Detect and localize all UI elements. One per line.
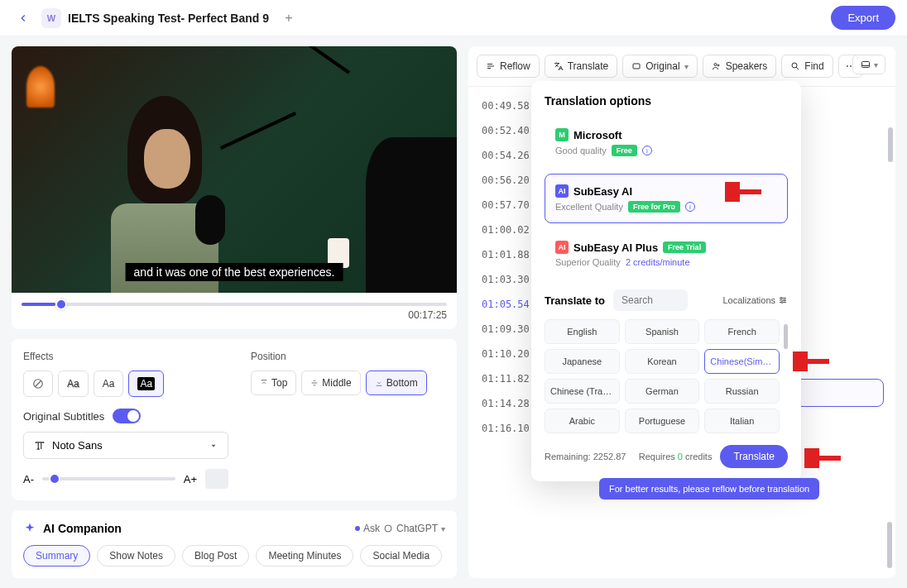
position-middle[interactable]: Middle (301, 370, 360, 395)
size-plus: A+ (184, 473, 197, 485)
svg-point-25 (781, 302, 783, 304)
translate-button[interactable]: Translate (545, 55, 618, 78)
ai-tab-show-notes[interactable]: Show Notes (97, 545, 175, 566)
effects-label: Effects (23, 351, 218, 362)
language-option[interactable]: Italian (704, 409, 780, 433)
language-search-input[interactable] (613, 289, 688, 311)
language-option[interactable]: Chinese(Simpl... (704, 349, 780, 374)
translation-options-popup: Translation options MMicrosoftGood quali… (531, 81, 801, 481)
view-mode-button[interactable]: ▾ (852, 55, 885, 74)
effect-none[interactable] (23, 370, 53, 397)
language-option[interactable]: English (545, 319, 620, 344)
video-player-card: and it was one of the best experiences. … (12, 46, 457, 329)
annotation-arrow-3 (804, 448, 842, 468)
annotation-arrow-2 (793, 351, 831, 371)
ai-companion-card: AI Companion Ask ChatGPT ▾ SummaryShow N… (12, 510, 457, 578)
language-option[interactable]: Spanish (625, 319, 700, 344)
popup-title: Translation options (545, 94, 788, 108)
original-subtitles-label: Original Subtitles (23, 410, 104, 423)
page-title: IELTS Speaking Test- Perfect Band 9 (68, 12, 269, 25)
export-button[interactable]: Export (831, 6, 895, 30)
ai-tab-summary[interactable]: Summary (23, 545, 90, 566)
original-subtitles-toggle[interactable] (113, 409, 141, 423)
svg-point-14 (714, 64, 717, 66)
language-option[interactable]: Korean (625, 349, 700, 374)
svg-line-17 (796, 67, 799, 69)
video-frame[interactable]: and it was one of the best experiences. (12, 46, 457, 293)
annotation-arrow-1 (725, 182, 763, 202)
language-option[interactable]: German (625, 379, 700, 404)
ai-tab-social-media[interactable]: Social Media (360, 545, 442, 566)
original-dropdown[interactable]: Original▾ (622, 55, 697, 78)
font-select[interactable]: Noto Sans (23, 432, 228, 459)
remaining-credits: Remaining: 2252.87 (545, 452, 626, 461)
total-duration: 00:17:25 (22, 309, 447, 321)
ai-tab-meeting-minutes[interactable]: Meeting Minutes (256, 545, 353, 566)
svg-rect-18 (862, 62, 870, 68)
localizations-button[interactable]: Localizations (722, 295, 788, 305)
translate-confirm-button[interactable]: Translate (720, 445, 788, 468)
language-option[interactable]: Russian (704, 379, 780, 404)
ai-companion-title: AI Companion (43, 522, 122, 535)
language-scrollbar[interactable] (784, 324, 788, 349)
required-credits: Requires 0 credits (639, 452, 713, 461)
effect-style-3[interactable]: Aa (128, 370, 164, 397)
svg-line-4 (36, 381, 41, 387)
language-option[interactable]: Arabic (545, 409, 620, 433)
add-tab-button[interactable]: + (281, 11, 297, 26)
ai-tab-blog-post[interactable]: Blog Post (182, 545, 249, 566)
position-top[interactable]: Top (251, 370, 296, 395)
svg-point-23 (780, 298, 782, 299)
reflow-tip: For better results, please reflow before… (599, 478, 819, 500)
size-value-box[interactable] (205, 469, 228, 489)
language-option[interactable]: Portuguese (625, 409, 700, 433)
reflow-button[interactable]: Reflow (477, 55, 540, 78)
font-size-slider[interactable] (42, 477, 175, 480)
svg-rect-13 (633, 64, 640, 69)
ai-ask-selector[interactable]: Ask ChatGPT ▾ (355, 523, 445, 534)
chatgpt-icon (383, 523, 393, 533)
effects-card: Effects Aa Aa Aa Position Top Middle Bot… (12, 339, 457, 500)
panel-scrollbar[interactable] (888, 127, 893, 162)
sparkle-icon (23, 522, 36, 535)
back-button[interactable] (12, 7, 35, 30)
svg-point-24 (784, 299, 785, 301)
provider-subeasy-ai-plus[interactable]: AISubEasy AI PlusFree TrialSuperior Qual… (545, 230, 788, 278)
video-caption: and it was one of the best experiences. (126, 263, 343, 281)
app-icon: W (41, 8, 61, 28)
svg-marker-8 (212, 444, 216, 447)
svg-point-15 (717, 65, 719, 66)
language-option[interactable]: Japanese (545, 349, 620, 374)
size-minus: A- (23, 473, 34, 485)
speakers-button[interactable]: Speakers (703, 55, 777, 78)
language-option[interactable]: French (704, 319, 780, 344)
effect-style-1[interactable]: Aa (58, 370, 89, 397)
position-label: Position (251, 351, 445, 362)
language-option[interactable]: Chinese (Tradi... (545, 379, 620, 404)
position-bottom[interactable]: Bottom (366, 370, 427, 395)
seek-bar[interactable] (22, 303, 447, 306)
translate-to-label: Translate to (545, 294, 605, 307)
find-button[interactable]: Find (781, 55, 833, 78)
transcript-scrollbar[interactable] (887, 522, 892, 568)
svg-point-9 (385, 525, 391, 532)
effect-style-2[interactable]: Aa (94, 370, 124, 397)
provider-microsoft[interactable]: MMicrosoftGood qualityFreei (545, 117, 788, 167)
